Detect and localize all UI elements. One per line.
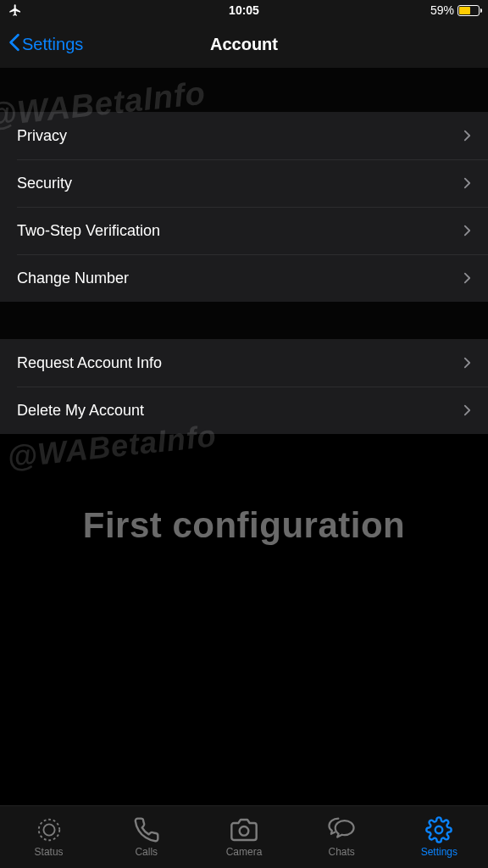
request-info-row[interactable]: Request Account Info <box>0 339 488 387</box>
status-left <box>8 3 22 17</box>
two-step-label: Two-Step Verification <box>17 222 160 240</box>
section-gap <box>0 302 488 339</box>
tab-settings[interactable]: Settings <box>391 816 488 858</box>
battery-icon <box>458 5 480 16</box>
tab-camera[interactable]: Camera <box>195 816 292 858</box>
two-step-row[interactable]: Two-Step Verification <box>0 207 488 254</box>
tab-calls[interactable]: Calls <box>97 816 195 858</box>
status-bar: 10:05 59% <box>0 0 488 20</box>
delete-account-row[interactable]: Delete My Account <box>0 387 488 434</box>
chevron-right-icon <box>463 129 471 142</box>
back-button[interactable]: Settings <box>8 33 83 56</box>
section-gap <box>0 68 488 112</box>
chevron-left-icon <box>8 33 20 56</box>
account-group-2: Request Account Info Delete My Account <box>0 339 488 434</box>
security-label: Security <box>17 175 72 192</box>
phone-icon <box>132 816 161 843</box>
privacy-label: Privacy <box>17 127 67 145</box>
tab-chats-label: Chats <box>328 846 354 858</box>
tab-chats[interactable]: Chats <box>293 816 391 858</box>
privacy-row[interactable]: Privacy <box>0 112 488 159</box>
tab-bar: Status Calls Camera Chats <box>0 805 488 868</box>
account-group-1: Privacy Security Two-Step Verification C… <box>0 112 488 302</box>
caption-text: First configuration <box>0 505 488 546</box>
battery-percent: 59% <box>430 3 454 17</box>
chats-icon <box>327 816 356 843</box>
page-title: Account <box>210 35 278 54</box>
tab-camera-label: Camera <box>226 846 263 858</box>
security-row[interactable]: Security <box>0 159 488 207</box>
svg-point-2 <box>240 826 249 836</box>
svg-point-0 <box>38 820 58 840</box>
camera-icon <box>230 816 258 843</box>
delete-account-label: Delete My Account <box>17 402 144 420</box>
tab-settings-label: Settings <box>421 846 458 858</box>
airplane-icon <box>8 3 22 17</box>
status-time: 10:05 <box>229 3 259 17</box>
tab-status-label: Status <box>35 846 64 858</box>
change-number-row[interactable]: Change Number <box>0 254 488 302</box>
status-right: 59% <box>430 3 480 17</box>
chevron-right-icon <box>463 403 471 417</box>
back-label: Settings <box>22 35 83 54</box>
nav-bar: Settings Account <box>0 20 488 68</box>
gear-icon <box>424 816 453 843</box>
tab-status[interactable]: Status <box>0 816 97 858</box>
tab-calls-label: Calls <box>135 846 158 858</box>
status-icon <box>35 816 64 843</box>
svg-point-3 <box>435 826 443 834</box>
chevron-right-icon <box>463 271 471 285</box>
chevron-right-icon <box>463 224 471 237</box>
chevron-right-icon <box>463 176 471 190</box>
request-info-label: Request Account Info <box>17 354 162 372</box>
chevron-right-icon <box>463 356 471 370</box>
change-number-label: Change Number <box>17 270 129 287</box>
svg-point-1 <box>43 824 54 835</box>
